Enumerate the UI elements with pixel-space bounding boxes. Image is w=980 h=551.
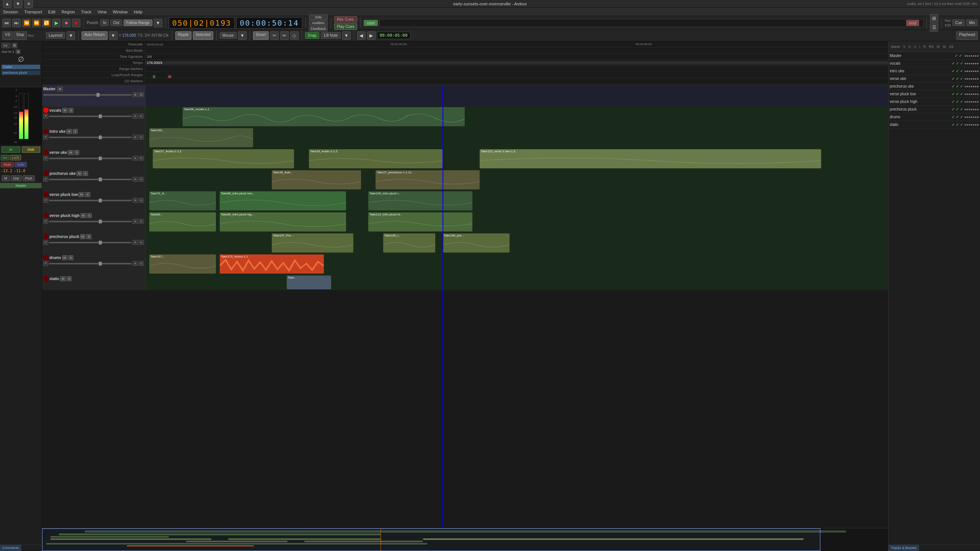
- prechorus-uke-clip-1[interactable]: Take38_Aud...: [272, 170, 361, 189]
- prechorus-pluck-g-btn[interactable]: G: [139, 240, 144, 245]
- verse-uke-g-btn[interactable]: G: [139, 156, 144, 161]
- verse-uke-a-btn[interactable]: A: [132, 156, 137, 161]
- verse-pluck-low-content[interactable]: Take73_A... Take88_intro pluck low...: [145, 191, 888, 212]
- mute-btn[interactable]: Mute: [1, 162, 14, 167]
- snap-btn[interactable]: Snap: [305, 32, 319, 39]
- drums-clip-1[interactable]: Take167...: [149, 254, 216, 274]
- static-rec-btn[interactable]: [43, 276, 49, 281]
- ripple-btn[interactable]: Ripple: [175, 31, 191, 40]
- prechorus-uke-content[interactable]: Take38_Aud... Take27_prechorus 1-1,11: [145, 170, 888, 191]
- loop-btn[interactable]: 🔁: [42, 19, 51, 27]
- intro-uke-rec-btn[interactable]: [43, 129, 49, 134]
- vocals-a-btn[interactable]: A: [132, 114, 137, 119]
- prechorus-uke-clip-2[interactable]: Take27_prechorus 1-1,11: [376, 170, 480, 189]
- drums-content[interactable]: Take167... Take173_drums-1,1: [145, 254, 888, 275]
- mixer-row-verse-pluck-low[interactable]: verse pluck low ✓ ✓ ✓ ●●●●●●●: [889, 90, 980, 98]
- prechorus-pluck-clip-1[interactable]: Take107_Pre...: [272, 233, 353, 253]
- verse-uke-content[interactable]: Take37_Audio-2-1,2 Take39_Audio-2-1,5: [145, 148, 888, 170]
- edit-tool-3[interactable]: ◇: [290, 31, 299, 40]
- comments-tab[interactable]: Comments: [0, 545, 21, 551]
- smart-btn[interactable]: Smart: [253, 31, 269, 40]
- drums-a-btn[interactable]: A: [132, 261, 137, 266]
- mouse-dropdown[interactable]: Mouse: [220, 32, 237, 39]
- auto-return-arrow[interactable]: ▼: [109, 31, 118, 40]
- verse-pluck-low-fader[interactable]: [49, 200, 132, 201]
- master-m-btn[interactable]: M: [57, 86, 63, 91]
- selected-btn[interactable]: Selected: [193, 31, 213, 40]
- master-a-btn[interactable]: A: [132, 92, 137, 97]
- verse-pluck-low-p-btn[interactable]: P: [43, 198, 48, 203]
- verse-pluck-high-p-btn[interactable]: P: [43, 219, 48, 224]
- verse-pluck-high-clip-3[interactable]: Take113_intro pluck hi...: [368, 212, 472, 231]
- mixer-row-master[interactable]: Master ✓ ✓ ●●●●●●●: [889, 52, 980, 60]
- mixer-row-intro-uke[interactable]: intro uke ✓ ✓ ✓ ●●●●●●●: [889, 67, 980, 75]
- vocals-g-btn[interactable]: G: [139, 114, 144, 119]
- start-marker-btn[interactable]: start: [364, 20, 378, 26]
- go-end-btn[interactable]: ⏭: [12, 19, 21, 27]
- mixer-row-verse-uke[interactable]: verse uke ✓ ✓ ✓ ●●●●●●●: [889, 75, 980, 83]
- menu-session[interactable]: Session: [3, 10, 18, 14]
- edit-tool-2[interactable]: ✏: [280, 31, 289, 40]
- verse-uke-clip-1[interactable]: Take37_Audio-2-1,2: [153, 149, 294, 168]
- prechorus-pluck-content[interactable]: Take107_Pre... Take185_i...: [145, 233, 888, 254]
- minimize-btn[interactable]: ▲: [3, 0, 11, 8]
- intro-uke-clip-1[interactable]: Take160...: [149, 128, 253, 147]
- solo-btn[interactable]: Solo: [309, 15, 328, 20]
- verse-pluck-low-clip-1[interactable]: Take73_A...: [149, 191, 216, 210]
- static-s-btn[interactable]: S: [67, 276, 72, 281]
- vs-btn[interactable]: VS: [2, 31, 13, 40]
- menu-transport[interactable]: Transport: [24, 10, 42, 14]
- layered-dropdown-arrow[interactable]: ▼: [67, 31, 75, 40]
- note-arrow[interactable]: ▼: [342, 31, 351, 40]
- vocals-clip-1[interactable]: Take58_vocals-1,1: [183, 107, 465, 126]
- mixer-row-prechorus-pluck[interactable]: prechorus pluck ✓ ✓ ✓ ●●●●●●●: [889, 106, 980, 113]
- menu-help[interactable]: Help: [134, 10, 143, 14]
- prechorus-uke-rec-btn[interactable]: [43, 171, 49, 176]
- prechorus-pluck-m-btn[interactable]: M: [80, 234, 86, 239]
- auto-return-btn[interactable]: Auto Return: [82, 31, 107, 40]
- verse-uke-p-btn[interactable]: P: [43, 156, 48, 161]
- mini-map[interactable]: [42, 528, 888, 551]
- mix-btn[interactable]: Mix: [966, 20, 978, 26]
- punch-out-btn[interactable]: Out: [110, 20, 122, 26]
- follow-range-btn[interactable]: Follow Range: [124, 20, 152, 26]
- mouse-arrow[interactable]: ▼: [238, 31, 247, 40]
- verse-uke-clip-2[interactable]: Take39_Audio-2-1,5: [309, 149, 443, 168]
- prechorus-pluck-clip-2[interactable]: Take185_i...: [383, 233, 435, 253]
- stop-btn[interactable]: ■: [62, 19, 70, 27]
- record-btn[interactable]: ⏺: [72, 19, 80, 27]
- verse-pluck-high-fader[interactable]: [49, 221, 132, 222]
- intro-uke-fader[interactable]: [49, 137, 132, 138]
- close-btn[interactable]: ✕: [24, 0, 33, 8]
- prechorus-pluck-p-btn[interactable]: P: [43, 240, 48, 245]
- master-btn[interactable]: Master: [0, 183, 42, 188]
- verse-pluck-high-rec-btn[interactable]: [43, 213, 49, 218]
- disk-btn[interactable]: Disk: [22, 147, 41, 153]
- vocals-rec-btn[interactable]: [43, 108, 49, 113]
- track-layout-btn[interactable]: ⊞: [930, 14, 938, 23]
- drums-g-btn[interactable]: G: [139, 261, 144, 266]
- m-btn[interactable]: M: [2, 175, 10, 181]
- prechorus-pluck-rec-btn[interactable]: [43, 234, 49, 239]
- rewind-btn[interactable]: ⏪: [22, 19, 31, 27]
- verse-pluck-high-clip-1[interactable]: Take83...: [149, 212, 216, 231]
- verse-pluck-low-clip-2[interactable]: Take88_intro pluck low...: [220, 191, 346, 210]
- verse-pluck-high-m-btn[interactable]: M: [80, 213, 86, 218]
- menu-edit[interactable]: Edit: [48, 10, 56, 14]
- vocals-m-btn[interactable]: M: [62, 108, 68, 113]
- end-marker-btn[interactable]: end: [906, 20, 919, 26]
- prechorus-pluck-s-btn[interactable]: S: [86, 234, 91, 239]
- mixer-row-static[interactable]: static ✓ ✓ ✓ ●●●●●●●: [889, 121, 980, 129]
- stop-btn2[interactable]: Stop: [13, 31, 27, 40]
- drums-s-btn[interactable]: S: [68, 255, 73, 260]
- master-fader[interactable]: [43, 94, 132, 96]
- cue-btn[interactable]: Cue: [952, 20, 965, 26]
- static-clip-1[interactable]: Take...: [287, 276, 331, 289]
- mixer-row-prechorus-uke[interactable]: prechorus uke ✓ ✓ ✓ ●●●●●●●: [889, 83, 980, 90]
- aux-settings[interactable]: ⚙: [16, 49, 20, 54]
- audition-btn[interactable]: Audition: [309, 20, 328, 26]
- verse-pluck-low-m-btn[interactable]: M: [78, 192, 84, 197]
- go-start-btn[interactable]: ⏮: [2, 19, 11, 27]
- static-content[interactable]: Take...: [145, 275, 888, 290]
- play-cues-btn[interactable]: Play Cues: [334, 23, 357, 30]
